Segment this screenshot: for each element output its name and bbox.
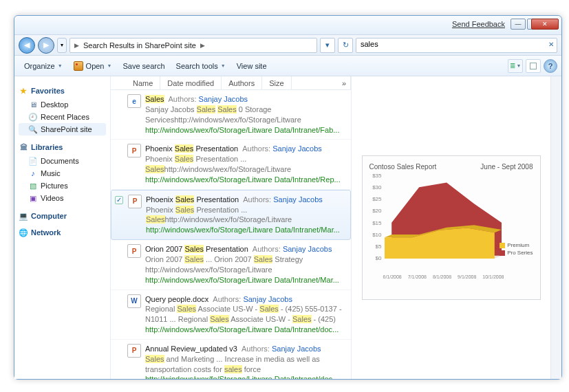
results-list[interactable]: Name Date modified Authors Size » eSales…: [111, 76, 352, 379]
ppt-file-icon: P: [127, 144, 141, 157]
sidebar: ★Favorites 🖥Desktop 🕘Recent Places 🔍Shar…: [14, 76, 111, 379]
sidebar-item-videos[interactable]: ▣Videos: [19, 192, 106, 204]
result-url[interactable]: http://windows/wex/fo/Storage/Litware Da…: [145, 175, 347, 185]
select-checkbox[interactable]: [114, 94, 123, 135]
star-icon: ★: [19, 86, 28, 96]
author-link[interactable]: Sanjay Jacobs: [272, 345, 321, 353]
network-icon: 🌐: [19, 228, 28, 237]
sidebar-item-sharepoint[interactable]: 🔍SharePoint site: [19, 123, 106, 135]
sidebar-item-music[interactable]: ♪Music: [19, 167, 106, 179]
result-item[interactable]: PPhoenix Sales PresentationAuthors: Sanj…: [111, 190, 351, 240]
select-checkbox[interactable]: [114, 195, 124, 235]
col-authors[interactable]: Authors: [222, 76, 262, 89]
view-site-button[interactable]: View site: [231, 59, 272, 73]
music-icon: ♪: [28, 168, 38, 178]
minimize-button[interactable]: [511, 19, 526, 30]
preview-title: Contoso Sales Report: [369, 163, 437, 171]
select-checkbox[interactable]: [114, 244, 123, 285]
sidebar-item-computer[interactable]: 💻Computer: [19, 211, 106, 221]
breadcrumb-segment[interactable]: Search Results in SharePoint site: [80, 41, 199, 50]
history-dropdown[interactable]: ▾: [57, 38, 67, 53]
open-button[interactable]: Open▼: [68, 58, 118, 74]
author-link[interactable]: Sanjay Jacobs: [199, 95, 248, 103]
preview-document: Contoso Sales Report June - Sept 2008 $3…: [362, 155, 541, 300]
preview-pane: Contoso Sales Report June - Sept 2008 $3…: [352, 76, 550, 379]
select-checkbox[interactable]: [114, 294, 123, 335]
open-icon: [74, 61, 83, 71]
explorer-window: Send Feedback ◀ ▶ ▾ ▶ Search Results in …: [14, 15, 562, 380]
author-link[interactable]: Sanjay Jacobs: [273, 195, 323, 204]
libraries-icon: 🏛: [19, 142, 28, 152]
column-headers: Name Date modified Authors Size »: [111, 76, 351, 90]
result-item[interactable]: PAnnual Review_updated v3Authors: Sanjay…: [111, 340, 351, 379]
col-more[interactable]: »: [338, 76, 351, 89]
sidebar-item-desktop[interactable]: 🖥Desktop: [19, 98, 106, 111]
help-button[interactable]: ?: [544, 59, 557, 73]
author-link[interactable]: Sanjay Jacobs: [272, 144, 322, 153]
scrollbar[interactable]: [550, 76, 561, 379]
search-tools-button[interactable]: Search tools▼: [171, 59, 231, 73]
back-button[interactable]: ◀: [19, 37, 35, 54]
ie-file-icon: e: [127, 94, 141, 108]
forward-button[interactable]: ▶: [38, 37, 54, 54]
refresh-button[interactable]: ↻: [338, 38, 353, 53]
result-item[interactable]: WQuery people.docxAuthors: Sanjay Jacobs…: [111, 290, 351, 340]
videos-icon: ▣: [28, 193, 38, 203]
result-item[interactable]: PPhoenix Sales PresentationAuthors: Sanj…: [111, 140, 351, 189]
view-mode-button[interactable]: ≣▼: [508, 59, 523, 73]
recent-icon: 🕘: [28, 112, 38, 122]
computer-icon: 💻: [19, 211, 28, 221]
result-item[interactable]: eSalesAuthors: Sanjay JacobsSanjay Jacob…: [111, 90, 351, 140]
send-feedback-link[interactable]: Send Feedback: [452, 20, 505, 28]
search-box[interactable]: ✕: [356, 38, 557, 53]
nav-bar: ◀ ▶ ▾ ▶ Search Results in SharePoint sit…: [14, 35, 561, 56]
preview-subtitle: June - Sept 2008: [480, 163, 533, 171]
pictures-icon: ▧: [28, 181, 38, 190]
save-search-button[interactable]: Save search: [117, 59, 170, 73]
select-checkbox[interactable]: [114, 144, 123, 184]
chevron-right-icon: ▶: [199, 42, 206, 49]
ppt-file-icon: P: [127, 344, 141, 358]
documents-icon: 📄: [28, 156, 38, 166]
breadcrumb[interactable]: ▶ Search Results in SharePoint site ▶: [69, 38, 317, 53]
author-link[interactable]: Sanjay Jacobs: [243, 295, 292, 303]
search-icon: 🔍: [28, 124, 38, 134]
result-url[interactable]: http://windows/wex/fo/Storage/Litware Da…: [145, 125, 347, 135]
chart-legend: Premium Pro Series: [500, 241, 533, 257]
sidebar-item-recent[interactable]: 🕘Recent Places: [19, 111, 106, 123]
author-link[interactable]: Sanjay Jacobs: [283, 245, 332, 253]
result-url[interactable]: http://windows/wex/fo/Storage/Litware Da…: [145, 325, 347, 335]
col-date[interactable]: Date modified: [160, 76, 222, 89]
chevron-right-icon: ▶: [73, 42, 80, 49]
organize-button[interactable]: Organize▼: [19, 59, 68, 73]
sidebar-item-pictures[interactable]: ▧Pictures: [19, 179, 106, 192]
sidebar-header-libraries[interactable]: 🏛Libraries: [19, 142, 106, 152]
result-url[interactable]: http://windows/wex/fo/Storage/Litware Da…: [146, 225, 346, 235]
desktop-icon: 🖥: [28, 100, 38, 109]
go-button[interactable]: ▾: [320, 38, 335, 53]
search-input[interactable]: [361, 40, 544, 48]
chart: $35$30$25$20$15$10$5$0 Premium Pro Serie…: [369, 176, 533, 279]
sidebar-item-documents[interactable]: 📄Documents: [19, 155, 106, 167]
col-name[interactable]: Name: [126, 76, 160, 89]
clear-search-icon[interactable]: ✕: [548, 41, 554, 48]
result-url[interactable]: http://windows/wex/fo/Storage/Litware Da…: [145, 275, 347, 285]
ppt-file-icon: P: [128, 195, 142, 208]
preview-pane-button[interactable]: [526, 59, 541, 73]
ppt-file-icon: P: [127, 244, 141, 258]
result-url[interactable]: http://windows/wex/fo/Storage/Litware Da…: [145, 374, 347, 379]
sidebar-header-favorites[interactable]: ★Favorites: [19, 86, 106, 96]
doc-file-icon: W: [127, 294, 141, 308]
close-button[interactable]: [531, 19, 559, 30]
toolbar: Organize▼ Open▼ Save search Search tools…: [14, 56, 561, 76]
titlebar: Send Feedback: [14, 16, 561, 35]
sidebar-item-network[interactable]: 🌐Network: [19, 228, 106, 237]
result-item[interactable]: POrion 2007 Sales PresentationAuthors: S…: [111, 240, 351, 290]
col-size[interactable]: Size: [262, 76, 291, 89]
select-checkbox[interactable]: [114, 344, 123, 379]
